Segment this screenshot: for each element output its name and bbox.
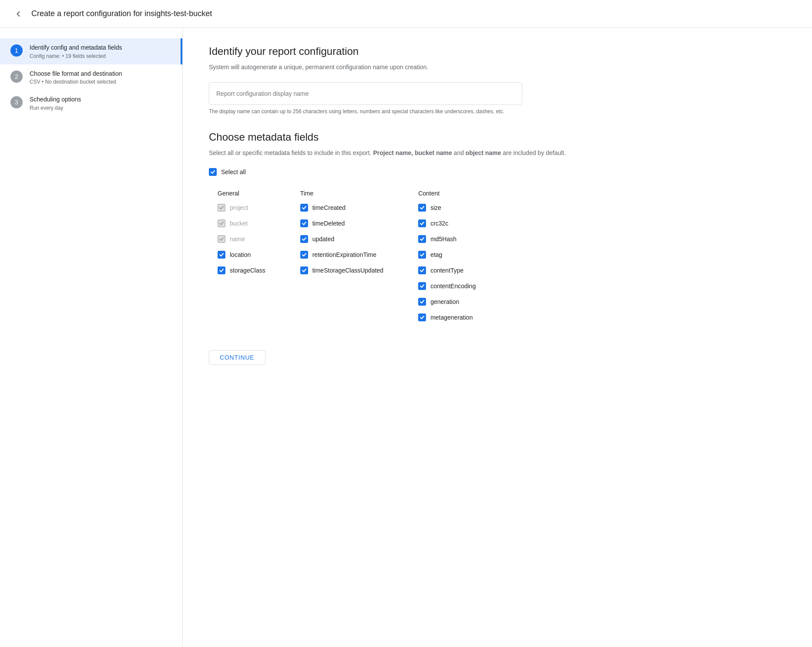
step1-title: Identify config and metadata fields	[30, 44, 122, 52]
continue-button[interactable]: CONTINUE	[209, 350, 265, 365]
step3-subtitle: Run every day	[30, 105, 81, 111]
field-size[interactable]: size	[418, 204, 476, 212]
project-label: project	[230, 204, 248, 211]
timestorageclassupdated-label: timeStorageClassUpdated	[312, 267, 383, 274]
field-contentencoding[interactable]: contentEncoding	[418, 282, 476, 290]
crc32c-label: crc32c	[430, 220, 448, 227]
retentionexpirationtime-label: retentionExpirationTime	[312, 251, 376, 258]
bucket-checkbox[interactable]	[218, 219, 225, 227]
contentencoding-label: contentEncoding	[430, 283, 476, 290]
bucket-label: bucket	[230, 220, 248, 227]
select-all-row[interactable]: Select all	[209, 168, 786, 176]
name-label: name	[230, 236, 245, 243]
metageneration-label: metageneration	[430, 314, 473, 321]
contenttype-checkbox[interactable]	[418, 266, 426, 274]
location-checkbox[interactable]	[218, 251, 225, 259]
step2-title: Choose file format and destination	[30, 70, 122, 78]
metadata-columns: General project bucket	[218, 190, 786, 329]
select-all-checkbox[interactable]	[209, 168, 217, 176]
storageclass-label: storageClass	[230, 267, 265, 274]
field-etag[interactable]: etag	[418, 251, 476, 259]
step1-number: 1	[10, 44, 23, 57]
select-all-label: Select all	[221, 168, 246, 175]
timedeleted-checkbox[interactable]	[300, 219, 308, 227]
updated-label: updated	[312, 236, 335, 243]
general-column: General project bucket	[218, 190, 265, 329]
main-layout: 1 Identify config and metadata fields Co…	[0, 28, 812, 647]
field-retentionexpirationtime[interactable]: retentionExpirationTime	[300, 251, 383, 259]
field-bucket[interactable]: bucket	[218, 219, 265, 227]
etag-label: etag	[430, 251, 442, 258]
storageclass-checkbox[interactable]	[218, 266, 225, 274]
location-label: location	[230, 251, 251, 258]
identify-section: Identify your report configuration Syste…	[209, 45, 786, 115]
timedeleted-label: timeDeleted	[312, 220, 345, 227]
timecreated-label: timeCreated	[312, 204, 346, 211]
content-col-title: Content	[418, 190, 476, 197]
field-generation[interactable]: generation	[418, 298, 476, 306]
field-contenttype[interactable]: contentType	[418, 266, 476, 274]
md5hash-checkbox[interactable]	[418, 235, 426, 243]
metageneration-checkbox[interactable]	[418, 313, 426, 321]
field-updated[interactable]: updated	[300, 235, 383, 243]
field-timedeleted[interactable]: timeDeleted	[300, 219, 383, 227]
field-metageneration[interactable]: metageneration	[418, 313, 476, 321]
retentionexpirationtime-checkbox[interactable]	[300, 251, 308, 259]
step2-subtitle: CSV • No destination bucket selected	[30, 79, 122, 85]
page-title: Create a report configuration for insigh…	[31, 9, 212, 18]
field-project[interactable]: project	[218, 204, 265, 212]
field-storageclass[interactable]: storageClass	[218, 266, 265, 274]
contentencoding-checkbox[interactable]	[418, 282, 426, 290]
size-checkbox[interactable]	[418, 204, 426, 212]
sidebar-item-step2[interactable]: 2 Choose file format and destination CSV…	[0, 64, 182, 91]
identify-title: Identify your report configuration	[209, 45, 786, 57]
field-crc32c[interactable]: crc32c	[418, 219, 476, 227]
generation-label: generation	[430, 298, 459, 305]
field-md5hash[interactable]: md5Hash	[418, 235, 476, 243]
sidebar-item-step1[interactable]: 1 Identify config and metadata fields Co…	[0, 38, 182, 64]
content-area: Identify your report configuration Syste…	[183, 28, 812, 647]
step3-title: Scheduling options	[30, 95, 81, 104]
step3-number: 3	[10, 96, 23, 108]
project-checkbox[interactable]	[218, 204, 225, 212]
name-checkbox[interactable]	[218, 235, 225, 243]
field-timecreated[interactable]: timeCreated	[300, 204, 383, 212]
general-col-title: General	[218, 190, 265, 197]
sidebar: 1 Identify config and metadata fields Co…	[0, 28, 183, 647]
identify-description: System will autogenerate a unique, perma…	[209, 63, 786, 72]
md5hash-label: md5Hash	[430, 236, 456, 243]
sidebar-item-step3[interactable]: 3 Scheduling options Run every day	[0, 90, 182, 116]
etag-checkbox[interactable]	[418, 251, 426, 259]
contenttype-label: contentType	[430, 267, 463, 274]
step1-subtitle: Config name: • 19 fields selected	[30, 53, 122, 59]
metadata-section: Choose metadata fields Select all or spe…	[209, 131, 786, 158]
back-button[interactable]	[10, 6, 26, 22]
time-column: Time timeCreated timeDele	[300, 190, 383, 329]
field-name[interactable]: name	[218, 235, 265, 243]
header: Create a report configuration for insigh…	[0, 0, 812, 28]
metadata-description: Select all or specific metadata fields t…	[209, 148, 786, 158]
input-hint: The display name can contain up to 256 c…	[209, 108, 522, 115]
updated-checkbox[interactable]	[300, 235, 308, 243]
timestorageclassupdated-checkbox[interactable]	[300, 266, 308, 274]
field-location[interactable]: location	[218, 251, 265, 259]
field-timestorageclassupdated[interactable]: timeStorageClassUpdated	[300, 266, 383, 274]
size-label: size	[430, 204, 441, 211]
metadata-title: Choose metadata fields	[209, 131, 786, 143]
time-col-title: Time	[300, 190, 383, 197]
content-column: Content size crc32c	[418, 190, 476, 329]
crc32c-checkbox[interactable]	[418, 219, 426, 227]
timecreated-checkbox[interactable]	[300, 204, 308, 212]
generation-checkbox[interactable]	[418, 298, 426, 306]
step2-number: 2	[10, 71, 23, 83]
report-name-input[interactable]	[209, 82, 522, 105]
